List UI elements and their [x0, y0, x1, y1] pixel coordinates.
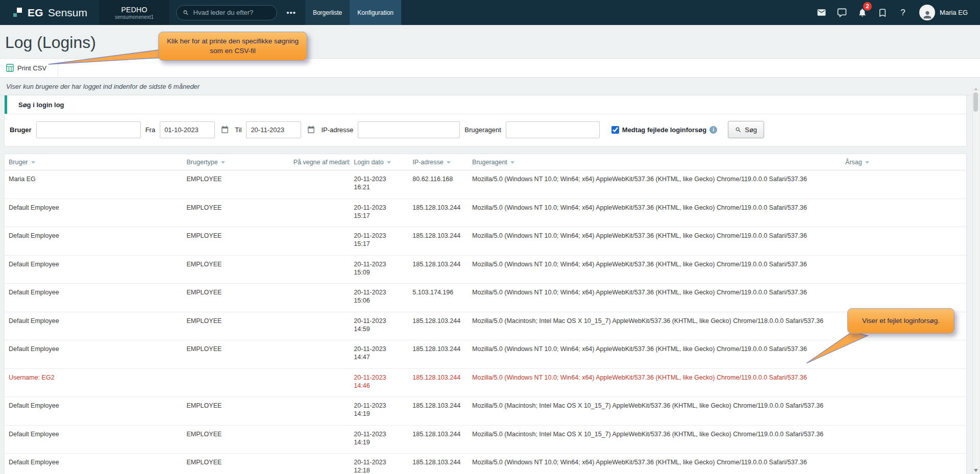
- cell-ip: 185.128.103.244: [408, 397, 468, 426]
- brand-logo[interactable]: EG Sensum: [0, 0, 100, 25]
- cell-bruger: Default Employee: [5, 340, 183, 369]
- column-header-brugeragent[interactable]: Brugeragent: [468, 154, 841, 170]
- search-button[interactable]: Søg: [728, 121, 764, 138]
- help-icon: ?: [900, 8, 905, 18]
- column-header-pa-vegne[interactable]: På vegne af medarbejder: [289, 154, 350, 170]
- fra-label: Fra: [145, 126, 156, 134]
- cell-login-dato: 20-11-2023 15:17: [350, 227, 408, 256]
- callout-arrow-failed-login: [805, 332, 869, 364]
- notification-badge: 2: [863, 2, 872, 11]
- topbar-spacer: [401, 0, 812, 25]
- sort-caret-icon: [447, 161, 451, 164]
- avatar: [919, 5, 935, 20]
- cell-brugeragent: Mozilla/5.0 (Macintosh; Intel Mac OS X 1…: [468, 312, 841, 340]
- table-row: Username: EG2 20-11-2023 14:46 185.128.1…: [5, 368, 966, 397]
- scroll-down-icon[interactable]: [974, 469, 978, 472]
- column-header-arsag[interactable]: Årsag: [841, 154, 966, 170]
- bruger-input[interactable]: [36, 121, 141, 138]
- medtag-label[interactable]: Medtag fejlede loginforsøg: [622, 126, 706, 134]
- mail-icon: [817, 8, 826, 17]
- cell-ip: 185.128.103.244: [408, 255, 468, 284]
- login-time: 14:19: [354, 410, 404, 418]
- cell-login-dato: 20-11-2023 14:19: [350, 397, 408, 426]
- table-row: Default Employee EMPLOYEE 20-11-2023 15:…: [5, 198, 966, 227]
- cell-bruger: Default Employee: [5, 425, 183, 454]
- brand-product-text: Sensum: [48, 7, 87, 19]
- chat-icon: [837, 8, 847, 17]
- search-panel-title: Søg i login log: [18, 101, 64, 109]
- cell-bruger: Username: EG2: [5, 368, 183, 397]
- org-name: PEDHO: [121, 6, 147, 14]
- login-time: 12:18: [354, 466, 404, 474]
- column-label: Brugeragent: [472, 159, 507, 166]
- cell-pa-vegne: [289, 170, 350, 199]
- calendar-icon: [220, 126, 229, 134]
- cell-bruger: Default Employee: [5, 198, 183, 227]
- cell-arsag: [841, 397, 966, 426]
- login-date: 20-11-2023: [354, 402, 404, 410]
- chat-button[interactable]: [832, 4, 851, 22]
- cell-pa-vegne: [289, 255, 350, 284]
- cell-brugeragent: Mozilla/5.0 (Macintosh; Intel Mac OS X 1…: [468, 397, 841, 426]
- cell-brugertype: EMPLOYEE: [183, 198, 289, 227]
- til-calendar-button[interactable]: [306, 126, 316, 134]
- scrollbar-thumb[interactable]: [973, 92, 978, 112]
- til-date-input[interactable]: [246, 121, 301, 138]
- fra-date-input[interactable]: [160, 121, 215, 138]
- column-label: IP-adresse: [412, 159, 443, 166]
- column-header-login-dato[interactable]: Login dato: [350, 154, 408, 170]
- cell-arsag: [841, 284, 966, 312]
- more-menu-button[interactable]: •••: [277, 8, 305, 17]
- info-icon[interactable]: i: [709, 126, 717, 134]
- column-header-brugertype[interactable]: Brugertype: [183, 154, 289, 170]
- login-date: 20-11-2023: [354, 345, 404, 353]
- nav-konfiguration[interactable]: Konfiguration: [350, 0, 401, 25]
- topbar: EG Sensum PEDHO sensumonenext1 ••• Borge…: [0, 0, 980, 25]
- main-content: Log (Logins) Print CSV Viser kun brugere…: [0, 25, 980, 474]
- cell-bruger: Default Employee: [5, 227, 183, 256]
- global-search-input[interactable]: [193, 9, 271, 16]
- cell-arsag: [841, 255, 966, 284]
- search-form: Bruger Fra Til IP-adresse Brugeragent Me…: [5, 114, 966, 146]
- notifications-button[interactable]: 2: [853, 4, 871, 22]
- print-csv-label: Print CSV: [17, 64, 46, 72]
- vertical-scrollbar[interactable]: [972, 86, 978, 474]
- org-selector[interactable]: PEDHO sensumonenext1: [100, 0, 169, 25]
- fra-calendar-button[interactable]: [219, 126, 230, 134]
- cell-pa-vegne: [289, 284, 350, 312]
- table-row: Maria EG EMPLOYEE 20-11-2023 16:21 80.62…: [5, 170, 966, 199]
- cell-brugertype: EMPLOYEE: [183, 425, 289, 454]
- help-button[interactable]: ?: [894, 4, 912, 22]
- table-row: Default Employee EMPLOYEE 20-11-2023 14:…: [5, 425, 966, 454]
- callout-failed-login: Viser et fejlet loginforsøg.: [847, 308, 954, 334]
- global-search[interactable]: [176, 5, 277, 20]
- cell-pa-vegne: [289, 312, 350, 340]
- mail-button[interactable]: [812, 4, 830, 22]
- column-header-bruger[interactable]: Bruger: [5, 154, 183, 170]
- cell-brugertype: EMPLOYEE: [183, 454, 289, 474]
- column-label: Brugertype: [187, 159, 218, 166]
- scroll-up-icon[interactable]: [974, 87, 978, 90]
- cell-brugertype: EMPLOYEE: [183, 255, 289, 284]
- print-csv-link[interactable]: Print CSV: [6, 64, 46, 72]
- cell-login-dato: 20-11-2023 12:18: [350, 454, 408, 474]
- column-label: Årsag: [845, 159, 862, 166]
- medtag-checkbox[interactable]: [611, 126, 619, 134]
- cell-login-dato: 20-11-2023 16:21: [350, 170, 408, 199]
- cell-pa-vegne: [289, 227, 350, 256]
- brugeragent-input[interactable]: [506, 121, 600, 138]
- user-menu[interactable]: Maria EG: [912, 0, 980, 25]
- eg-logo-icon: [13, 8, 23, 17]
- nav-borgerliste[interactable]: Borgerliste: [305, 0, 350, 25]
- cell-login-dato: 20-11-2023 15:09: [350, 255, 408, 284]
- cell-brugertype: EMPLOYEE: [183, 284, 289, 312]
- login-date: 20-11-2023: [354, 430, 404, 438]
- callout-arrow-print-csv: [48, 49, 162, 70]
- bookmarks-button[interactable]: [873, 4, 892, 22]
- ip-input[interactable]: [358, 121, 460, 138]
- sort-caret-icon: [510, 161, 514, 164]
- cell-ip: 185.128.103.244: [408, 454, 468, 474]
- cell-ip: 185.128.103.244: [408, 312, 468, 340]
- column-header-ip[interactable]: IP-adresse: [408, 154, 468, 170]
- table-header-row: Bruger Brugertype På vegne af medarbejde…: [5, 154, 966, 170]
